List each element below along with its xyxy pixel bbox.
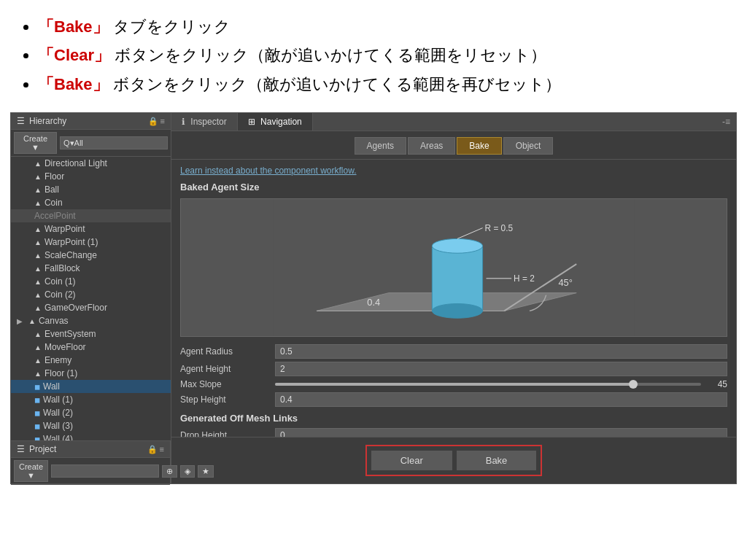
form-row-step-height: Step Height	[180, 392, 727, 407]
unity-container: ☰ Hierarchy 🔒 ≡ Create ▼ ▲ Directional L…	[10, 112, 737, 484]
right-panel: ℹ Inspector ⊞ Navigation -≡ Agents Areas…	[171, 113, 736, 483]
obj-icon: ▲	[34, 330, 42, 338]
tab-object[interactable]: Object	[503, 137, 554, 155]
expand-arrow-icon: ▶	[17, 317, 23, 325]
drop-height-label: Drop Height	[180, 430, 275, 437]
clear-button[interactable]: Clear	[371, 451, 452, 470]
project-title: Project	[29, 444, 56, 454]
project-menu-icon: ☰	[17, 444, 25, 454]
item-label: Coin (1)	[44, 276, 76, 287]
list-item[interactable]: ◼ Wall (1)	[11, 393, 171, 406]
slider-thumb[interactable]	[629, 380, 638, 389]
slider-track[interactable]	[275, 383, 701, 386]
inspector-icon: ℹ	[182, 117, 185, 127]
svg-text:R = 0.5: R = 0.5	[485, 223, 514, 233]
list-item[interactable]: ▲ Coin (1)	[11, 275, 171, 288]
list-item[interactable]: ▲ Coin	[11, 196, 171, 209]
hierarchy-header: ☰ Hierarchy 🔒 ≡	[11, 113, 171, 130]
top-text-area: 「Bake」 タブをクリック 「Clear」 ボタンをクリック（敵が追いかけてく…	[0, 0, 747, 106]
list-item[interactable]: ▲ WarpPoint (1)	[11, 236, 171, 249]
project-search-input[interactable]	[51, 464, 159, 478]
off-mesh-section: Generated Off Mesh Links Drop Height Jum…	[180, 413, 727, 437]
right-panel-content: Agents Areas Bake Object Learn instead a…	[171, 131, 736, 483]
item-label: Floor	[44, 171, 64, 182]
tab-navigation[interactable]: ⊞ Navigation	[238, 113, 313, 131]
item-label: ScaleChange	[44, 250, 97, 260]
list-item[interactable]: ▲ FallBlock	[11, 262, 171, 275]
right-panel-tabs: ℹ Inspector ⊞ Navigation -≡	[171, 113, 736, 131]
project-panel: ☰ Project 🔒 ≡ Create ▼ ⊕ ◈ ★	[10, 440, 171, 484]
list-item[interactable]: ◼ Wall (3)	[11, 419, 171, 432]
list-item[interactable]: ▲ Ball	[11, 183, 171, 196]
bullet-1: 「Bake」 タブをクリック	[38, 13, 729, 40]
list-item[interactable]: ▲ MoveFloor	[11, 341, 171, 354]
item-label: FallBlock	[44, 263, 80, 273]
obj-icon: ▲	[34, 343, 42, 351]
max-slope-value: 45	[705, 379, 727, 389]
project-create-button[interactable]: Create ▼	[14, 460, 48, 482]
hierarchy-list: ▲ Directional Light ▲ Floor ▲ Ball ▲ Coi…	[11, 157, 171, 483]
sub-tabs-row: Agents Areas Bake Object	[171, 131, 736, 160]
max-slope-slider-container: 45	[275, 379, 727, 389]
project-icon-btn-1[interactable]: ⊕	[162, 465, 177, 478]
list-item[interactable]: ▲ Floor	[11, 170, 171, 183]
item-label: AccelPoint	[34, 211, 76, 221]
bake-button[interactable]: Bake	[457, 451, 537, 470]
drop-height-input[interactable]	[275, 428, 727, 437]
list-item[interactable]: ▲ EventSystem	[11, 327, 171, 341]
list-item[interactable]: ▲ Coin (2)	[11, 288, 171, 301]
svg-rect-6	[432, 246, 482, 311]
tab-areas[interactable]: Areas	[408, 137, 455, 155]
svg-point-8	[432, 304, 482, 319]
project-lock-icon: 🔒 ≡	[147, 445, 164, 454]
agent-radius-input[interactable]	[275, 344, 727, 359]
hierarchy-toolbar: Create ▼	[11, 130, 171, 157]
item-label: Ball	[44, 184, 59, 195]
obj-icon: ▲	[34, 199, 42, 207]
bullet-2-highlight: 「Clear」	[38, 46, 110, 64]
obj-icon: ▲	[34, 265, 42, 273]
tab-agents[interactable]: Agents	[355, 137, 406, 155]
tab-inspector[interactable]: ℹ Inspector	[171, 113, 238, 131]
hierarchy-panel: ☰ Hierarchy 🔒 ≡ Create ▼ ▲ Directional L…	[11, 113, 171, 483]
nav-content: Learn instead about the component workfl…	[171, 160, 736, 437]
project-icon-btn-3[interactable]: ★	[198, 465, 214, 478]
agent-radius-label: Agent Radius	[180, 346, 275, 357]
form-row-max-slope: Max Slope 45	[180, 379, 727, 389]
form-row-agent-radius: Agent Radius	[180, 344, 727, 359]
item-label: WarpPoint	[44, 224, 85, 234]
agent-height-label: Agent Height	[180, 364, 275, 374]
list-item-wall[interactable]: ◼ Wall	[11, 380, 171, 393]
list-item[interactable]: ▲ Enemy	[11, 354, 171, 367]
list-item[interactable]: ▲ GameOverFloor	[11, 301, 171, 314]
item-label: Coin (2)	[44, 289, 76, 300]
learn-link[interactable]: Learn instead about the component workfl…	[180, 166, 727, 176]
item-label: Floor (1)	[44, 368, 77, 378]
item-label: WarpPoint (1)	[44, 237, 98, 247]
list-item[interactable]: ▲ WarpPoint	[11, 222, 171, 236]
list-item[interactable]: ◼ Wall (2)	[11, 406, 171, 419]
bullet-3-rest: ボタンをクリック（敵が追いかけてくる範囲を再びセット）	[113, 75, 561, 93]
bullet-2: 「Clear」 ボタンをクリック（敵が追いかけてくる範囲をリセット）	[38, 42, 729, 69]
item-label: MoveFloor	[44, 342, 86, 352]
list-item[interactable]: ▶ ▲ Canvas	[11, 314, 171, 327]
obj-icon: ▲	[34, 238, 42, 246]
obj-icon: ▲	[34, 304, 42, 312]
project-icon-btn-2[interactable]: ◈	[180, 465, 195, 478]
list-item[interactable]: AccelPoint	[11, 209, 171, 222]
hierarchy-title: Hierarchy	[29, 116, 66, 126]
list-item[interactable]: ▲ Floor (1)	[11, 367, 171, 380]
step-height-input[interactable]	[275, 392, 727, 407]
cube-icon: ◼	[34, 422, 40, 430]
hierarchy-create-button[interactable]: Create ▼	[14, 132, 57, 154]
agent-height-input[interactable]	[275, 362, 727, 376]
inspector-tab-label: Inspector	[190, 117, 226, 127]
svg-point-7	[432, 239, 482, 254]
svg-text:H = 2: H = 2	[514, 273, 535, 284]
bullet-3: 「Bake」 ボタンをクリック（敵が追いかけてくる範囲を再びセット）	[38, 71, 729, 98]
item-label: Wall (1)	[43, 394, 73, 405]
list-item[interactable]: ▲ ScaleChange	[11, 249, 171, 262]
hierarchy-search-input[interactable]	[60, 136, 168, 149]
tab-bake[interactable]: Bake	[457, 137, 501, 155]
list-item[interactable]: ▲ Directional Light	[11, 157, 171, 170]
